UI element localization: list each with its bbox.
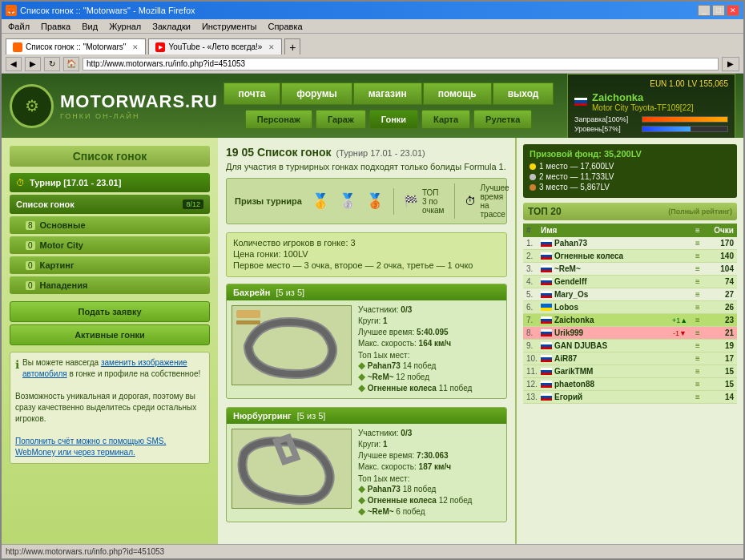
home-button[interactable]: 🏠 [63, 57, 79, 71]
browser-window: 🦊 Список гонок :: "Motorwars" - Mozilla … [0, 0, 745, 560]
nav-exit[interactable]: выход [493, 83, 554, 105]
profile-icon-9[interactable]: ≡ [690, 341, 706, 350]
table-row[interactable]: 9. GAN DJUBAS ≡ 19 [523, 340, 737, 353]
active-races-button[interactable]: Активные гонки [10, 324, 210, 345]
player-name-8: Urik999 [554, 328, 670, 337]
address-input[interactable] [83, 58, 719, 71]
go-button[interactable]: ▶ [722, 57, 739, 71]
submit-application-button[interactable]: Подать заявку [10, 301, 210, 322]
menu-file[interactable]: Файл [6, 22, 32, 31]
profile-icon-8[interactable]: ≡ [690, 328, 706, 337]
sidebar-item-karting[interactable]: 0 Картинг [10, 256, 210, 274]
table-row[interactable]: 2. Огненные колеса ≡ 140 [523, 250, 737, 263]
prize-pool-box: Призовой фонд: 35,200LV 1 место — 17,600… [523, 144, 737, 198]
menu-bookmarks[interactable]: Закладки [150, 22, 193, 31]
level-bar-outer [642, 126, 728, 132]
top20-header: # Имя ≡ Очки [523, 224, 737, 237]
user-car: Motor City Toyota-TF109[22] [592, 103, 694, 112]
rank-13: 13. [526, 393, 541, 401]
menu-tools[interactable]: Инструменты [199, 22, 260, 31]
table-row[interactable]: 3. ~ReM~ ≡ 104 [523, 263, 737, 276]
table-row[interactable]: 7. Zaichonka +1▲ ≡ 23 [523, 314, 737, 327]
sidebar-item-tournament[interactable]: ⏱ Турнир [17.01 - 23.01] [10, 173, 210, 192]
tab-motorwars[interactable]: Список гонок :: "Motorwars" ✕ [6, 38, 146, 54]
nav-help[interactable]: помощь [423, 83, 492, 105]
pts-10: 17 [706, 354, 734, 363]
sidebar-basic-num: 8 [26, 221, 35, 230]
table-row[interactable]: 1. Pahan73 ≡ 170 [523, 237, 737, 250]
nav-races[interactable]: Гонки [369, 110, 418, 129]
profile-icon-1[interactable]: ≡ [690, 239, 706, 248]
nurburgring-top3: ~ReM~ [368, 507, 394, 516]
race-card-nurburgring-header: Нюрбургринг [5 из 5] [227, 408, 506, 424]
tab-bar: Список гонок :: "Motorwars" ✕ ▶ YouTube … [2, 34, 743, 54]
menu-view[interactable]: Вид [79, 22, 100, 31]
forward-button[interactable]: ▶ [25, 57, 41, 71]
logo-circle: ⚙ [10, 84, 54, 128]
user-name[interactable]: Zaichonka [592, 91, 694, 103]
top20-col-rank: # [526, 226, 541, 235]
table-row[interactable]: 11. GarikTMM ≡ 15 [523, 365, 737, 378]
menu-history[interactable]: Журнал [107, 22, 143, 31]
tab-close-motorwars[interactable]: ✕ [132, 43, 139, 51]
user-lv: LV 155,065 [688, 79, 728, 88]
nav-map[interactable]: Карта [421, 110, 470, 129]
table-row[interactable]: 13. Егорий ≡ 14 [523, 391, 737, 404]
bahrain-top3: Огненные колеса [368, 384, 437, 393]
table-row[interactable]: 10. AiR87 ≡ 17 [523, 353, 737, 365]
profile-icon-6[interactable]: ≡ [690, 303, 706, 312]
sidebar-tournament-label: Турнир [17.01 - 23.01] [30, 178, 121, 187]
tab-youtube[interactable]: ▶ YouTube - «Лето всегда!» ✕ [148, 38, 282, 54]
close-button[interactable]: ✕ [727, 5, 739, 16]
rank-3: 3. [526, 264, 541, 273]
new-tab-button[interactable]: + [284, 38, 300, 54]
flag-icon-12 [541, 381, 552, 388]
prize-line-1: 1 место — 17,600LV [530, 162, 731, 171]
window-controls[interactable]: _ □ ✕ [698, 5, 739, 16]
nav-mail[interactable]: почта [224, 83, 281, 105]
tab-close-youtube[interactable]: ✕ [268, 43, 275, 51]
nav-shop[interactable]: магазин [353, 83, 422, 105]
nurburgring-track-image[interactable] [232, 429, 352, 509]
nav-garage[interactable]: Гараж [316, 110, 366, 129]
sidebar-item-racelist[interactable]: Список гонок 8/12 [10, 195, 210, 214]
table-row[interactable]: 5. Mary_Os ≡ 27 [523, 288, 737, 301]
profile-icon-7[interactable]: ≡ [690, 316, 706, 324]
minimize-button[interactable]: _ [698, 5, 711, 16]
menu-edit[interactable]: Правка [38, 22, 73, 31]
profile-icon-2[interactable]: ≡ [690, 252, 706, 260]
nav-character[interactable]: Персонаж [245, 110, 312, 129]
profile-icon-11[interactable]: ≡ [690, 367, 706, 376]
prize-line-3: 3 место — 5,867LV [530, 183, 731, 191]
bullet-1: ◆ [358, 360, 365, 371]
level-label: Уровень[57%] [574, 125, 638, 133]
nav-roulette[interactable]: Рулетка [473, 110, 532, 129]
table-row[interactable]: 8. Urik999 -1▼ ≡ 21 [523, 327, 737, 340]
top3-section: 🏁 ТОП 3 по очкам [393, 188, 445, 215]
profile-icon-3[interactable]: ≡ [690, 264, 706, 273]
table-row[interactable]: 4. Gendelff ≡ 74 [523, 276, 737, 288]
status-url: http://www.motorwars.ru/info.php?id=4510… [6, 547, 164, 556]
profile-icon-10[interactable]: ≡ [690, 354, 706, 363]
rank-5: 5. [526, 290, 541, 299]
back-button[interactable]: ◀ [6, 57, 22, 71]
sidebar-item-attacks[interactable]: 0 Нападения [10, 276, 210, 294]
table-row[interactable]: 6. Lobos ≡ 26 [523, 301, 737, 314]
table-row[interactable]: 12. phaeton88 ≡ 15 [523, 378, 737, 391]
profile-icon-12[interactable]: ≡ [690, 380, 706, 389]
nav-forums[interactable]: форумы [281, 83, 352, 105]
flag-icon-9 [541, 342, 552, 349]
rank-10: 10. [526, 354, 541, 363]
profile-icon-13[interactable]: ≡ [690, 393, 706, 401]
profile-icon-4[interactable]: ≡ [690, 277, 706, 286]
profile-icon-5[interactable]: ≡ [690, 290, 706, 299]
menu-help[interactable]: Справка [265, 22, 304, 31]
sidebar-item-basic[interactable]: 8 Основные [10, 216, 210, 234]
top20-subtitle: (Полный рейтинг) [668, 207, 732, 216]
fuel-bar-row: Заправка[100%] [574, 115, 728, 123]
sidebar-refill-link[interactable]: Пополнить счёт можно с помощью SMS, WebM… [15, 437, 166, 457]
sidebar-item-motorcity[interactable]: 0 Motor City [10, 236, 210, 254]
reload-button[interactable]: ↻ [44, 57, 60, 71]
bahrain-track-image[interactable] [232, 305, 352, 385]
maximize-button[interactable]: □ [712, 5, 725, 16]
